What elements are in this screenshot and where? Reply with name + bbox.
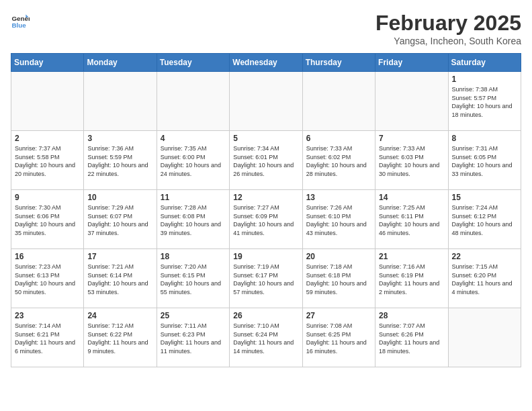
weekday-header-wednesday: Wednesday [230,54,302,72]
calendar-cell: 16Sunrise: 7:23 AM Sunset: 6:13 PM Dayli… [11,249,84,308]
calendar-cell: 8Sunrise: 7:31 AM Sunset: 6:05 PM Daylig… [448,131,521,190]
day-info: Sunrise: 7:19 AM Sunset: 6:17 PM Dayligh… [233,263,298,296]
location: Yangsa, Incheon, South Korea [375,36,521,46]
weekday-header-tuesday: Tuesday [157,54,229,72]
calendar-cell: 26Sunrise: 7:10 AM Sunset: 6:24 PM Dayli… [230,308,302,367]
day-number: 9 [15,193,80,202]
weekday-header-saturday: Saturday [448,54,521,72]
calendar-cell: 15Sunrise: 7:24 AM Sunset: 6:12 PM Dayli… [448,190,521,249]
calendar-cell: 5Sunrise: 7:34 AM Sunset: 6:01 PM Daylig… [230,131,302,190]
calendar-cell: 19Sunrise: 7:19 AM Sunset: 6:17 PM Dayli… [230,249,302,308]
logo: General Blue [11,11,30,30]
day-number: 22 [452,252,517,261]
page-header: General Blue February 2025 Yangsa, Inche… [11,11,521,46]
day-number: 2 [15,134,80,143]
day-number: 5 [233,134,298,143]
day-info: Sunrise: 7:16 AM Sunset: 6:19 PM Dayligh… [379,263,444,296]
day-info: Sunrise: 7:27 AM Sunset: 6:09 PM Dayligh… [233,203,298,237]
day-number: 18 [161,252,226,261]
calendar-cell: 9Sunrise: 7:30 AM Sunset: 6:06 PM Daylig… [11,190,84,249]
day-number: 26 [233,311,298,320]
calendar-cell: 22Sunrise: 7:15 AM Sunset: 6:20 PM Dayli… [448,249,521,308]
day-number: 1 [452,75,517,84]
day-number: 14 [379,193,444,202]
calendar-cell: 23Sunrise: 7:14 AM Sunset: 6:21 PM Dayli… [11,308,84,367]
day-info: Sunrise: 7:34 AM Sunset: 6:01 PM Dayligh… [233,144,298,178]
weekday-header-thursday: Thursday [302,54,375,72]
day-info: Sunrise: 7:20 AM Sunset: 6:15 PM Dayligh… [161,263,226,296]
day-number: 8 [452,134,517,143]
weekday-header-sunday: Sunday [11,54,84,72]
day-info: Sunrise: 7:15 AM Sunset: 6:20 PM Dayligh… [452,263,517,296]
day-number: 15 [452,193,517,202]
day-info: Sunrise: 7:30 AM Sunset: 6:06 PM Dayligh… [15,203,80,237]
day-number: 16 [15,252,80,261]
calendar-cell [84,72,157,131]
calendar-cell: 17Sunrise: 7:21 AM Sunset: 6:14 PM Dayli… [84,249,157,308]
svg-text:Blue: Blue [11,21,26,29]
calendar-cell: 3Sunrise: 7:36 AM Sunset: 5:59 PM Daylig… [84,131,157,190]
day-number: 21 [379,252,444,261]
day-number: 20 [306,252,371,261]
day-info: Sunrise: 7:36 AM Sunset: 5:59 PM Dayligh… [87,144,152,178]
calendar-week-row: 2Sunrise: 7:37 AM Sunset: 5:58 PM Daylig… [11,131,521,190]
day-info: Sunrise: 7:29 AM Sunset: 6:07 PM Dayligh… [87,203,152,237]
calendar-cell: 25Sunrise: 7:11 AM Sunset: 6:23 PM Dayli… [157,308,229,367]
day-number: 7 [379,134,444,143]
day-info: Sunrise: 7:08 AM Sunset: 6:25 PM Dayligh… [306,322,371,355]
calendar-week-row: 9Sunrise: 7:30 AM Sunset: 6:06 PM Daylig… [11,190,521,249]
day-number: 3 [87,134,152,143]
calendar-cell: 14Sunrise: 7:25 AM Sunset: 6:11 PM Dayli… [375,190,448,249]
day-info: Sunrise: 7:24 AM Sunset: 6:12 PM Dayligh… [452,203,517,237]
calendar-cell [375,72,448,131]
day-number: 12 [233,193,298,202]
calendar-cell: 18Sunrise: 7:20 AM Sunset: 6:15 PM Dayli… [157,249,229,308]
day-number: 4 [161,134,226,143]
calendar-cell: 24Sunrise: 7:12 AM Sunset: 6:22 PM Dayli… [84,308,157,367]
calendar-week-row: 23Sunrise: 7:14 AM Sunset: 6:21 PM Dayli… [11,308,521,367]
calendar-cell: 12Sunrise: 7:27 AM Sunset: 6:09 PM Dayli… [230,190,302,249]
day-number: 11 [161,193,226,202]
calendar-cell [448,308,521,367]
calendar-week-row: 1Sunrise: 7:38 AM Sunset: 5:57 PM Daylig… [11,72,521,131]
day-info: Sunrise: 7:21 AM Sunset: 6:14 PM Dayligh… [87,263,152,296]
day-info: Sunrise: 7:26 AM Sunset: 6:10 PM Dayligh… [306,203,371,237]
day-info: Sunrise: 7:33 AM Sunset: 6:03 PM Dayligh… [379,144,444,178]
day-info: Sunrise: 7:25 AM Sunset: 6:11 PM Dayligh… [379,203,444,237]
calendar-cell: 4Sunrise: 7:35 AM Sunset: 6:00 PM Daylig… [157,131,229,190]
title-block: February 2025 Yangsa, Incheon, South Kor… [375,11,521,46]
calendar-cell: 20Sunrise: 7:18 AM Sunset: 6:18 PM Dayli… [302,249,375,308]
calendar-cell: 1Sunrise: 7:38 AM Sunset: 5:57 PM Daylig… [448,72,521,131]
calendar-cell: 6Sunrise: 7:33 AM Sunset: 6:02 PM Daylig… [302,131,375,190]
day-info: Sunrise: 7:18 AM Sunset: 6:18 PM Dayligh… [306,263,371,296]
calendar-cell: 28Sunrise: 7:07 AM Sunset: 6:26 PM Dayli… [375,308,448,367]
calendar-cell: 27Sunrise: 7:08 AM Sunset: 6:25 PM Dayli… [302,308,375,367]
month-year: February 2025 [375,11,521,36]
day-info: Sunrise: 7:12 AM Sunset: 6:22 PM Dayligh… [87,322,152,355]
day-info: Sunrise: 7:14 AM Sunset: 6:21 PM Dayligh… [15,322,80,355]
weekday-header-monday: Monday [84,54,157,72]
day-number: 10 [87,193,152,202]
day-info: Sunrise: 7:35 AM Sunset: 6:00 PM Dayligh… [161,144,226,178]
calendar-cell [157,72,229,131]
day-number: 23 [15,311,80,320]
calendar-cell [11,72,84,131]
weekday-header-friday: Friday [375,54,448,72]
day-info: Sunrise: 7:10 AM Sunset: 6:24 PM Dayligh… [233,322,298,355]
day-number: 19 [233,252,298,261]
calendar-cell: 2Sunrise: 7:37 AM Sunset: 5:58 PM Daylig… [11,131,84,190]
calendar-cell: 10Sunrise: 7:29 AM Sunset: 6:07 PM Dayli… [84,190,157,249]
day-info: Sunrise: 7:07 AM Sunset: 6:26 PM Dayligh… [379,322,444,355]
day-number: 6 [306,134,371,143]
weekday-header-row: SundayMondayTuesdayWednesdayThursdayFrid… [11,54,521,72]
day-number: 17 [87,252,152,261]
calendar-table: SundayMondayTuesdayWednesdayThursdayFrid… [11,53,521,367]
day-info: Sunrise: 7:38 AM Sunset: 5:57 PM Dayligh… [452,85,517,119]
calendar-cell: 11Sunrise: 7:28 AM Sunset: 6:08 PM Dayli… [157,190,229,249]
day-number: 25 [161,311,226,320]
day-number: 28 [379,311,444,320]
day-info: Sunrise: 7:11 AM Sunset: 6:23 PM Dayligh… [161,322,226,355]
day-info: Sunrise: 7:31 AM Sunset: 6:05 PM Dayligh… [452,144,517,178]
day-info: Sunrise: 7:28 AM Sunset: 6:08 PM Dayligh… [161,203,226,237]
day-info: Sunrise: 7:37 AM Sunset: 5:58 PM Dayligh… [15,144,80,178]
